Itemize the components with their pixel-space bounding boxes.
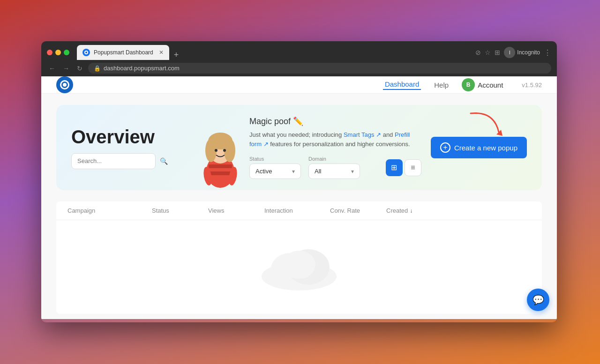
svg-rect-1 [209,164,232,168]
main-content: Overview 🔍 [41,94,557,322]
table-container: Campaign Status Views Interaction Conv. … [56,201,542,314]
nav-help[interactable]: Help [432,81,450,89]
address-bar[interactable]: 🔒 dashboard.popupsmart.com [88,63,551,74]
account-area[interactable]: B Account [462,78,503,91]
empty-state [56,220,542,314]
incognito-label: Incognito [517,49,540,56]
svg-point-7 [215,149,218,152]
overview-left: Overview 🔍 [71,126,156,169]
sort-icon[interactable]: ↓ [410,208,412,214]
url-text: dashboard.popupsmart.com [104,65,180,72]
table-header: Campaign Status Views Interaction Conv. … [56,201,542,220]
status-filter-select[interactable]: Active ▾ [249,163,301,179]
domain-filter-group: Domain All ▾ [308,156,360,179]
svg-marker-11 [496,130,502,136]
incognito-area: I Incognito [504,47,540,58]
new-tab-button[interactable]: + [170,50,183,60]
app-content: Dashboard Help B Account v1.5.92 Overvie… [41,76,557,319]
create-section: + Create a new popup [431,137,527,158]
col-views-header: Views [208,207,264,214]
magic-poof-title: Magic poof ✏️ [249,116,421,126]
account-label: Account [478,81,503,89]
magic-poof-section: Magic poof ✏️ Just what you needed; intr… [249,116,431,179]
account-avatar: B [462,78,475,91]
list-view-button[interactable]: ≡ [405,159,421,176]
address-bar-row: ← → ↻ 🔒 dashboard.popupsmart.com [41,60,557,76]
close-button[interactable] [47,50,52,55]
minimize-button[interactable] [55,50,61,55]
app-header: Dashboard Help B Account v1.5.92 [41,76,557,94]
magic-poof-desc: Just what you needed; introducing Smart … [249,130,421,149]
incognito-avatar: I [504,47,515,58]
maximize-button[interactable] [64,50,69,55]
forward-button[interactable]: → [61,64,71,73]
menu-icon[interactable]: ⋮ [544,48,551,57]
domain-filter-label: Domain [308,156,360,162]
nav-dashboard[interactable]: Dashboard [383,80,421,90]
domain-filter-select[interactable]: All ▾ [308,163,360,179]
svg-point-8 [223,149,226,152]
tab-close-icon[interactable]: ✕ [159,49,164,56]
domain-filter-value: All [315,168,347,175]
col-status-header: Status [152,207,208,214]
tab-title: Popupsmart Dashboard [94,49,153,56]
back-button[interactable]: ← [47,64,57,73]
version-label: v1.5.92 [522,82,542,89]
chat-icon: 💬 [532,294,544,305]
svg-rect-2 [209,171,232,175]
filters-area: Status Active ▾ Domain All ▾ [249,156,421,179]
tab-layout-icon[interactable]: ⊞ [495,49,500,56]
extension-icon: ⊘ [475,49,481,56]
refresh-button[interactable]: ↻ [75,64,84,73]
tab-favicon [82,49,90,56]
svg-point-15 [283,251,315,279]
status-filter-group: Status Active ▾ [249,156,301,179]
status-chevron-icon: ▾ [292,168,295,175]
chat-button[interactable]: 💬 [527,289,549,311]
app-logo[interactable] [56,76,73,93]
status-filter-label: Status [249,156,301,162]
search-box[interactable]: 🔍 [71,153,156,169]
browser-window: Popupsmart Dashboard ✕ + ⊘ ☆ ⊞ I Incogni… [41,41,557,322]
search-input[interactable] [77,157,156,164]
header-nav: Dashboard Help B Account v1.5.92 [383,78,542,91]
col-campaign-header: Campaign [68,207,152,214]
grid-view-button[interactable]: ⊞ [386,159,403,176]
status-filter-value: Active [255,168,288,175]
col-interaction-header: Interaction [264,207,330,214]
domain-chevron-icon: ▾ [351,168,354,175]
col-conv-rate-header: Conv. Rate [330,207,386,214]
character-illustration [195,125,246,190]
active-tab[interactable]: Popupsmart Dashboard ✕ [77,45,169,60]
traffic-lights [47,50,69,55]
search-icon: 🔍 [160,157,168,165]
red-arrow [461,109,508,146]
secure-icon: 🔒 [94,65,101,72]
smart-tags-link[interactable]: Smart Tags ↗ [344,131,381,138]
overview-title: Overview [71,126,156,148]
col-created-header: Created ↓ [386,207,452,214]
view-toggle: ⊞ ≡ [386,159,421,176]
overview-banner: Overview 🔍 [56,105,542,190]
plus-icon: + [440,142,450,153]
bookmark-icon[interactable]: ☆ [485,49,491,56]
